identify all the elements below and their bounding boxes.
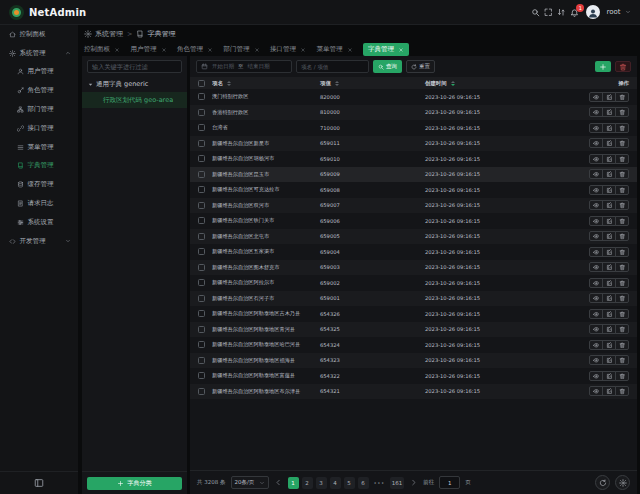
row-checkbox[interactable] [198, 109, 205, 116]
table-row-6[interactable]: 新疆维吾尔自治区可克达拉市6590082023-10-26 09:16:15 [190, 182, 637, 198]
view-row-button[interactable] [589, 169, 603, 179]
page-button-1[interactable]: 1 [288, 477, 299, 489]
delete-row-button[interactable] [615, 138, 629, 148]
breadcrumb-item-dict[interactable]: 字典管理 [136, 29, 175, 39]
page-button-6[interactable]: 6 [358, 477, 369, 489]
table-row-9[interactable]: 新疆维吾尔自治区北屯市6590052023-10-26 09:16:15 [190, 229, 637, 245]
goto-page-input[interactable] [439, 476, 460, 489]
edit-row-button[interactable] [602, 278, 616, 288]
edit-row-button[interactable] [602, 262, 616, 272]
table-row-17[interactable]: 新疆维吾尔自治区阿勒泰地区福海县6543232023-10-26 09:16:1… [190, 353, 637, 369]
page-button-last[interactable]: 161 [390, 477, 405, 489]
row-checkbox[interactable] [198, 124, 205, 131]
edit-row-button[interactable] [602, 92, 616, 102]
sidebar-item-5[interactable]: 接口管理 [0, 119, 78, 138]
add-item-button[interactable] [595, 61, 611, 72]
sidebar-item-8[interactable]: 缓存管理 [0, 175, 78, 194]
row-checkbox[interactable] [198, 279, 205, 286]
table-row-1[interactable]: 香港特别行政区8100002023-10-26 09:16:15 [190, 105, 637, 121]
tab-close-icon[interactable] [398, 47, 404, 53]
sidebar-item-3[interactable]: 角色管理 [0, 81, 78, 100]
tab-3[interactable]: 部门管理 [224, 43, 260, 56]
view-row-button[interactable] [589, 355, 603, 365]
row-checkbox[interactable] [198, 155, 205, 162]
tab-close-icon[interactable] [347, 47, 353, 53]
tab-close-icon[interactable] [300, 47, 306, 53]
row-checkbox[interactable] [198, 310, 205, 317]
view-row-button[interactable] [589, 200, 603, 210]
table-row-11[interactable]: 新疆维吾尔自治区图木舒克市6590032023-10-26 09:16:15 [190, 260, 637, 276]
delete-row-button[interactable] [615, 371, 629, 381]
fullscreen-icon[interactable] [544, 8, 553, 17]
tab-close-icon[interactable] [114, 47, 120, 53]
reset-button[interactable]: 重置 [406, 60, 435, 73]
page-button-4[interactable]: 4 [330, 477, 341, 489]
delete-row-button[interactable] [615, 200, 629, 210]
tree-node-1[interactable]: 行政区划代码 geo-area [82, 92, 187, 108]
view-row-button[interactable] [589, 278, 603, 288]
page-button-2[interactable]: 2 [302, 477, 313, 489]
tab-close-icon[interactable] [254, 47, 260, 53]
pages-ellipsis[interactable]: ••• [374, 480, 385, 486]
sidebar-item-2[interactable]: 用户管理 [0, 63, 78, 82]
tab-1[interactable]: 用户管理 [131, 43, 167, 56]
column-value-label[interactable]: 项值 [320, 80, 331, 87]
tab-6[interactable]: 字典管理 [363, 43, 409, 56]
row-checkbox[interactable] [198, 217, 205, 224]
sidebar-item-9[interactable]: 请求日志 [0, 194, 78, 213]
row-checkbox[interactable] [198, 264, 205, 271]
view-row-button[interactable] [589, 154, 603, 164]
delete-row-button[interactable] [615, 262, 629, 272]
delete-row-button[interactable] [615, 123, 629, 133]
username[interactable]: root [606, 8, 620, 16]
column-name-label[interactable]: 项名 [212, 80, 223, 87]
edit-row-button[interactable] [602, 247, 616, 257]
table-row-12[interactable]: 新疆维吾尔自治区阿拉尔市6590022023-10-26 09:16:15 [190, 275, 637, 291]
view-row-button[interactable] [589, 138, 603, 148]
sidebar-item-10[interactable]: 系统设置 [0, 213, 78, 232]
row-checkbox[interactable] [198, 372, 205, 379]
edit-row-button[interactable] [602, 107, 616, 117]
prev-page-button[interactable] [274, 478, 283, 487]
tree-node-0[interactable]: 通用字典 generic [82, 77, 187, 92]
table-row-16[interactable]: 新疆维吾尔自治区阿勒泰地区哈巴河县6543242023-10-26 09:16:… [190, 337, 637, 353]
table-row-18[interactable]: 新疆维吾尔自治区阿勒泰地区富蕴县6543222023-10-26 09:16:1… [190, 368, 637, 384]
delete-row-button[interactable] [615, 278, 629, 288]
edit-row-button[interactable] [602, 371, 616, 381]
delete-row-button[interactable] [615, 107, 629, 117]
add-dict-category-button[interactable]: 字典分类 [87, 477, 182, 490]
tab-close-icon[interactable] [161, 47, 167, 53]
search-button[interactable]: 查询 [373, 60, 402, 73]
table-row-13[interactable]: 新疆维吾尔自治区石河子市6590012023-10-26 09:16:15 [190, 291, 637, 307]
edit-row-button[interactable] [602, 169, 616, 179]
page-size-select[interactable]: 20条/页 [231, 476, 269, 489]
delete-row-button[interactable] [615, 216, 629, 226]
view-row-button[interactable] [589, 231, 603, 241]
row-checkbox[interactable] [198, 171, 205, 178]
row-checkbox[interactable] [198, 186, 205, 193]
delete-selected-button[interactable] [615, 61, 631, 72]
sidebar-collapse-icon[interactable] [34, 478, 44, 488]
edit-row-button[interactable] [602, 200, 616, 210]
row-checkbox[interactable] [198, 388, 205, 395]
view-row-button[interactable] [589, 309, 603, 319]
row-checkbox[interactable] [198, 93, 205, 100]
view-row-button[interactable] [589, 340, 603, 350]
edit-row-button[interactable] [602, 185, 616, 195]
column-created-label[interactable]: 创建时间 [425, 80, 447, 87]
row-checkbox[interactable] [198, 326, 205, 333]
user-menu-chevron-icon[interactable] [625, 9, 631, 15]
delete-row-button[interactable] [615, 386, 629, 396]
view-row-button[interactable] [589, 123, 603, 133]
table-row-8[interactable]: 新疆维吾尔自治区铁门关市6590062023-10-26 09:16:15 [190, 213, 637, 229]
table-row-7[interactable]: 新疆维吾尔自治区双河市6590072023-10-26 09:16:15 [190, 198, 637, 214]
row-checkbox[interactable] [198, 357, 205, 364]
row-checkbox[interactable] [198, 202, 205, 209]
edit-row-button[interactable] [602, 340, 616, 350]
tab-4[interactable]: 接口管理 [270, 43, 306, 56]
edit-row-button[interactable] [602, 309, 616, 319]
edit-row-button[interactable] [602, 324, 616, 334]
edit-row-button[interactable] [602, 386, 616, 396]
edit-row-button[interactable] [602, 231, 616, 241]
tab-0[interactable]: 控制面板 [84, 43, 120, 56]
